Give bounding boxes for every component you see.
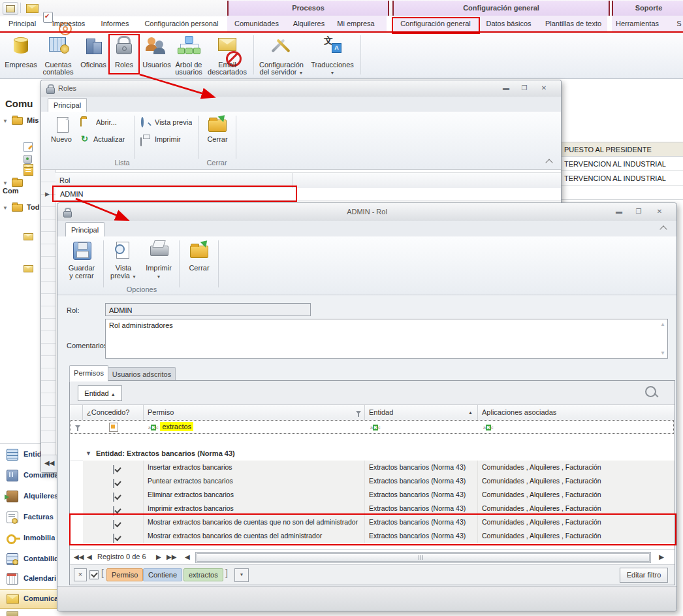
admin-tab-principal[interactable]: Principal <box>65 222 104 238</box>
filter-value-chip[interactable]: extractos <box>183 568 223 581</box>
sidebar-item-contabilidad[interactable]: Contabilid <box>0 550 57 568</box>
sidebar-item-facturas[interactable]: Facturas <box>0 508 57 527</box>
prev-record-button[interactable]: ◀ <box>87 553 92 560</box>
imprimir-button[interactable]: Imprimir <box>138 134 193 146</box>
filter-aplicaciones-cell[interactable]: aBc <box>483 425 493 430</box>
remove-filter-button[interactable]: × <box>74 568 87 581</box>
tab-permisos[interactable]: Permisos <box>69 365 108 381</box>
ribbon-button-email-descartados[interactable]: Emaildescartados <box>205 34 249 77</box>
minimize-button[interactable]: ▬ <box>501 84 511 93</box>
editar-filtro-button[interactable]: Editar filtro <box>620 568 668 583</box>
scroll-left-button[interactable]: ◀ <box>185 553 190 560</box>
tab-datos-basicos[interactable]: Datos básicos <box>482 16 535 31</box>
sidebar-item-comunicaciones[interactable]: Comunica <box>0 589 57 609</box>
sidebar-item-calendario[interactable]: Calendari <box>0 570 57 588</box>
vista-previa-button[interactable]: Vista previa <box>138 117 198 129</box>
filter-checkbox[interactable] <box>109 423 118 432</box>
vista-previa-button[interactable]: Vistaprevia ▼ <box>107 239 140 289</box>
table-row[interactable]: TERVENCION AL INDUSTRIAL <box>561 171 683 186</box>
permission-row[interactable]: Eliminar extractos bancarios Extractos b… <box>83 488 675 502</box>
edit-item-icon[interactable] <box>24 142 33 152</box>
first-record-button[interactable]: ◀◀ <box>44 459 54 466</box>
permission-row[interactable]: Insertar extractos bancarios Extractos b… <box>83 461 675 475</box>
filter-permiso-cell[interactable]: aBc extractos <box>148 423 193 430</box>
tab-informes[interactable]: Informes <box>95 16 135 31</box>
last-record-button[interactable]: ▶▶ <box>167 553 176 560</box>
tab-principal[interactable]: Principal <box>4 16 40 31</box>
sidebar-item-inmobiliaria[interactable]: Inmobilia <box>0 529 57 547</box>
nuevo-button[interactable]: Nuevo <box>48 114 75 159</box>
filter-entidad-cell[interactable]: aBc <box>370 425 380 430</box>
filter-enabled-checkbox[interactable] <box>89 570 99 579</box>
close-button[interactable]: ✕ <box>539 84 549 93</box>
checkbox-checked[interactable] <box>113 465 114 474</box>
filter-field-chip[interactable]: Permiso <box>106 568 143 581</box>
app-menu-button[interactable] <box>3 2 18 15</box>
doc-item-icon[interactable] <box>24 167 33 176</box>
horizontal-scrollbar[interactable] <box>195 552 651 563</box>
table-row[interactable]: PUESTO AL PRESIDENTE <box>561 142 683 157</box>
scroll-down-icon[interactable]: ▼ <box>660 350 665 356</box>
imprimir-button[interactable]: Imprimir▼ <box>141 239 176 289</box>
partial-nav-icon[interactable] <box>7 611 18 616</box>
checkbox-checked[interactable] <box>113 493 114 502</box>
group-label-opciones: Opciones <box>107 285 176 293</box>
tab-plantillas-de-texto[interactable]: Plantillas de texto <box>539 16 607 31</box>
guardar-y-cerrar-button[interactable]: Guardary cerrar <box>63 239 101 289</box>
tree-item-com[interactable]: ▼ Com <box>3 178 40 195</box>
permission-row[interactable]: Puntear extractos bancarios Extractos ba… <box>83 474 675 489</box>
table-row[interactable]: TERVENCION AL INDUSTRIAL <box>561 157 683 171</box>
roles-tab-principal[interactable]: Principal <box>48 98 87 113</box>
group-row[interactable]: ▼ Entidad: Extractos bancarios (Norma 43… <box>70 447 675 461</box>
tree-item-mis[interactable]: ▼ Mis <box>3 116 40 125</box>
ribbon-button-cuentas-contables[interactable]: Cuentascontables <box>40 34 76 77</box>
search-icon[interactable] <box>645 386 656 397</box>
tab-configuracion-personal[interactable]: Configuración personal <box>141 16 222 31</box>
comentarios-field[interactable]: Rol administradores ▲ ▼ <box>105 319 668 359</box>
scroll-up-icon[interactable]: ▲ <box>660 321 665 327</box>
abrir-button[interactable]: Abrir... <box>78 117 130 129</box>
checkbox-checked[interactable] <box>113 479 114 488</box>
actualizar-button[interactable]: ↻ Actualizar <box>78 134 133 146</box>
tab-alquileres[interactable]: Alquileres <box>289 16 329 31</box>
scroll-right-button[interactable]: ▶ <box>659 553 664 560</box>
tab-herramientas[interactable]: Herramientas <box>611 16 663 31</box>
restore-button[interactable]: ❐ <box>519 84 530 93</box>
mail-item-icon[interactable] <box>24 265 33 272</box>
rol-field[interactable]: ADMIN <box>105 303 311 316</box>
ribbon-button-usuarios[interactable]: Usuarios <box>141 34 172 77</box>
tab-mi-empresa[interactable]: Mi empresa <box>333 16 379 31</box>
admin-titlebar[interactable]: ADMIN - Rol ▬ ❐ ✕ <box>57 203 676 221</box>
cerrar-button[interactable]: Cerrar <box>183 239 215 289</box>
door-icon <box>7 491 18 502</box>
mail-item-icon[interactable] <box>24 233 33 240</box>
minimize-button[interactable]: ▬ <box>614 207 624 216</box>
sidebar-item-alquileres[interactable]: Alquileres <box>0 487 57 506</box>
group-by-entidad-button[interactable]: Entidad ▲ <box>78 385 122 401</box>
tab-usuarios-adscritos[interactable]: Usuarios adscritos <box>108 367 176 381</box>
close-button[interactable]: ✕ <box>654 207 665 216</box>
ribbon-button-arbol-de-usuarios[interactable]: Árbol deusuarios <box>174 34 204 77</box>
permissions-header-row[interactable]: ¿Concedido? Permiso Entidad ▲ Aplicacion… <box>70 404 675 421</box>
filter-dropdown-button[interactable]: ▼ <box>234 568 249 582</box>
ribbon-button-configuracion-servidor[interactable]: Configuracióndel servidor ▼ <box>257 34 306 77</box>
open-folder-icon <box>80 118 82 127</box>
ribbon-button-empresas[interactable]: Empresas <box>4 34 38 77</box>
auto-filter-row[interactable]: aBc extractos aBc aBc <box>71 420 674 434</box>
cerrar-button[interactable]: Cerrar <box>202 114 233 159</box>
tab-soporte-cut[interactable]: S <box>675 16 683 31</box>
filter-operator-chip[interactable]: Contiene <box>143 568 182 581</box>
restore-button[interactable]: ❐ <box>633 207 644 216</box>
filter-funnel-icon[interactable] <box>356 411 361 414</box>
ribbon-button-traducciones[interactable]: 文 A Traducciones▼ <box>308 34 357 77</box>
tab-impuestos[interactable]: Impuestos <box>47 16 90 31</box>
tree-item-tod[interactable]: ▼ Tod <box>3 203 40 212</box>
tab-comunidades[interactable]: Comunidades <box>230 16 283 31</box>
next-record-button[interactable]: ▶ <box>156 553 161 560</box>
ribbon-button-oficinas[interactable]: Oficinas <box>78 34 108 77</box>
trash-item-icon[interactable] <box>24 155 32 164</box>
first-record-button[interactable]: ◀◀ <box>74 553 84 560</box>
roles-titlebar[interactable]: Roles ▬ ❐ ✕ <box>41 80 561 97</box>
roles-window-title: Roles <box>58 84 76 92</box>
mail-icon[interactable] <box>26 4 39 13</box>
